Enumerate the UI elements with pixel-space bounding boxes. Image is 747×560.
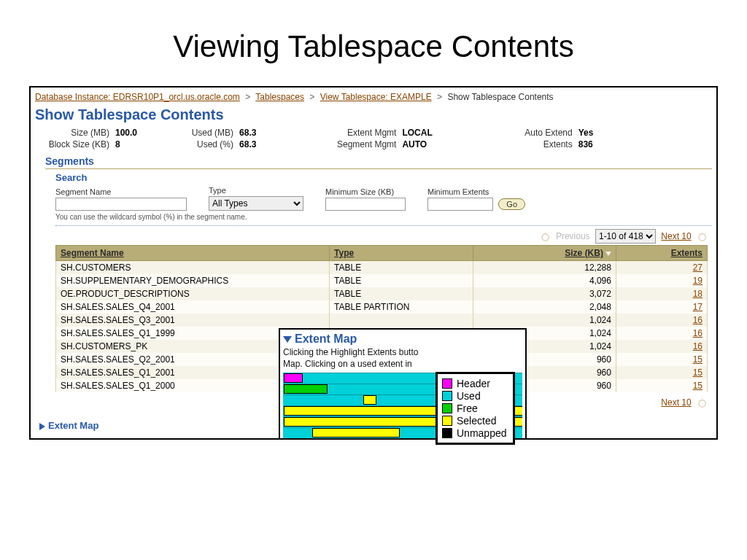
cell-extents: 16 — [616, 314, 707, 327]
breadcrumb: Database Instance: EDRSR10P1_orcl.us.ora… — [35, 90, 712, 105]
extent-map-legend: Header Used Free Selected Unmapped — [436, 372, 515, 445]
col-type[interactable]: Type — [330, 246, 473, 261]
cell-extents: 18 — [616, 287, 707, 300]
segments-section-heading: Segments — [45, 155, 712, 169]
extent-cell-selected[interactable] — [363, 395, 376, 405]
collapse-icon — [283, 336, 292, 343]
cell-type: TABLE — [330, 261, 473, 275]
legend-label-header: Header — [457, 378, 490, 389]
extent-cell-selected[interactable] — [312, 428, 400, 438]
cell-extents: 15 — [616, 366, 707, 379]
type-select[interactable]: All Types — [209, 196, 303, 211]
breadcrumb-sep: > — [245, 92, 250, 102]
extents-link[interactable]: 27 — [693, 262, 703, 273]
extents-link[interactable]: 15 — [693, 381, 703, 391]
extent-map-desc: Clicking the Highlight Extents butto Map… — [283, 347, 522, 370]
cell-extents: 19 — [616, 274, 707, 287]
next-link-bottom[interactable]: Next 10 — [661, 397, 691, 408]
stat-value-size-mb: 100.0 — [115, 128, 137, 138]
stat-label: Used (%) — [166, 139, 239, 149]
min-size-input[interactable] — [325, 198, 406, 211]
table-row: SH.SUPPLEMENTARY_DEMOGRAPHICSTABLE4,0961… — [56, 274, 708, 287]
legend-swatch-selected — [442, 416, 452, 426]
extent-cell-header[interactable] — [284, 373, 303, 383]
cell-extents: 16 — [616, 327, 707, 340]
legend-swatch-unmapped — [442, 428, 452, 438]
next-link[interactable]: Next 10 — [661, 231, 691, 241]
cell-extents: 16 — [616, 340, 707, 353]
legend-swatch-header — [442, 378, 452, 389]
extents-link[interactable]: 18 — [693, 289, 703, 299]
extent-map-toggle[interactable]: Extent Map — [39, 420, 98, 431]
cell-size-kb: 2,048 — [473, 300, 616, 314]
sort-desc-icon — [605, 252, 611, 256]
cell-extents: 27 — [616, 261, 707, 275]
stat-label: Extents — [506, 139, 578, 149]
previous-link: Previous — [556, 231, 590, 241]
breadcrumb-link-view-tablespace[interactable]: View Tablespace: EXAMPLE — [320, 92, 432, 102]
cell-type — [330, 314, 473, 327]
stat-label: Extent Mgmt — [329, 128, 402, 138]
type-label: Type — [209, 186, 303, 195]
stat-value-used-mb: 68.3 — [239, 128, 256, 138]
extents-link[interactable]: 15 — [693, 368, 703, 378]
col-segment-name[interactable]: Segment Name — [56, 246, 330, 261]
cell-size-kb: 1,024 — [473, 314, 616, 327]
breadcrumb-link-instance[interactable]: Database Instance: EDRSR10P1_orcl.us.ora… — [35, 92, 240, 102]
cell-extents: 15 — [616, 379, 707, 392]
extents-link[interactable]: 17 — [693, 302, 703, 312]
stat-value-extents: 836 — [578, 139, 593, 149]
legend-label-free: Free — [457, 402, 478, 414]
extents-link[interactable]: 15 — [693, 354, 703, 365]
extents-link[interactable]: 19 — [693, 276, 703, 286]
cell-type: TABLE PARTITION — [330, 300, 473, 314]
stat-label: Block Size (KB) — [42, 139, 115, 149]
legend-swatch-free — [442, 403, 452, 413]
search-section-heading: Search — [55, 172, 712, 183]
slide-title: Viewing Tablespace Contents — [29, 29, 718, 64]
extents-link[interactable]: 16 — [693, 315, 703, 325]
col-size-kb[interactable]: Size (KB) — [473, 246, 616, 261]
stat-value-used-pct: 68.3 — [239, 139, 256, 149]
search-hint: You can use the wildcard symbol (%) in t… — [55, 213, 712, 221]
cell-segment-name: SH.CUSTOMERS — [56, 261, 330, 275]
min-size-label: Minimum Size (KB) — [325, 187, 406, 196]
breadcrumb-current: Show Tablespace Contents — [447, 92, 553, 102]
cell-segment-name: SH.SALES.SALES_Q4_2001 — [56, 300, 330, 314]
cell-size-kb: 3,072 — [473, 287, 616, 300]
page-range-select[interactable]: 1-10 of 418 — [595, 229, 656, 244]
stat-label: Segment Mgmt — [329, 139, 402, 149]
segment-name-input[interactable] — [55, 198, 187, 211]
table-row: SH.CUSTOMERSTABLE12,28827 — [56, 261, 708, 275]
next-icon: ◯ — [698, 399, 706, 407]
stat-value-block-size: 8 — [115, 139, 120, 149]
min-extents-input[interactable] — [427, 198, 493, 211]
col-extents[interactable]: Extents — [616, 246, 707, 261]
go-button[interactable]: Go — [498, 198, 525, 210]
cell-extents: 15 — [616, 353, 707, 366]
extent-map-title: Extent Map — [295, 332, 357, 345]
expand-icon — [39, 423, 45, 430]
extent-cell-free[interactable] — [284, 384, 328, 394]
min-extents-label: Minimum Extents — [427, 187, 525, 196]
stat-value-segment-mgmt: AUTO — [402, 139, 427, 149]
table-row: SH.SALES.SALES_Q4_2001TABLE PARTITION2,0… — [56, 300, 708, 314]
breadcrumb-sep: > — [437, 92, 442, 102]
legend-label-used: Used — [457, 390, 481, 402]
stat-label: Used (MB) — [166, 128, 239, 138]
next-icon: ◯ — [698, 233, 706, 241]
page-title: Show Tablespace Contents — [35, 106, 712, 123]
breadcrumb-link-tablespaces[interactable]: Tablespaces — [255, 92, 304, 102]
stat-value-extent-mgmt: LOCAL — [402, 128, 432, 138]
legend-label-selected: Selected — [457, 415, 496, 427]
prev-icon: ◯ — [541, 233, 549, 241]
cell-size-kb: 12,288 — [473, 261, 616, 275]
extents-link[interactable]: 16 — [693, 341, 703, 351]
stat-label: Size (MB) — [42, 128, 115, 138]
table-row: SH.SALES.SALES_Q3_20011,02416 — [56, 314, 708, 327]
segment-name-label: Segment Name — [55, 187, 187, 196]
app-frame: Database Instance: EDRSR10P1_orcl.us.ora… — [29, 86, 718, 440]
divider — [55, 225, 712, 226]
extents-link[interactable]: 16 — [693, 328, 703, 338]
search-row: Segment Name Type All Types Minimum Size… — [55, 186, 712, 211]
